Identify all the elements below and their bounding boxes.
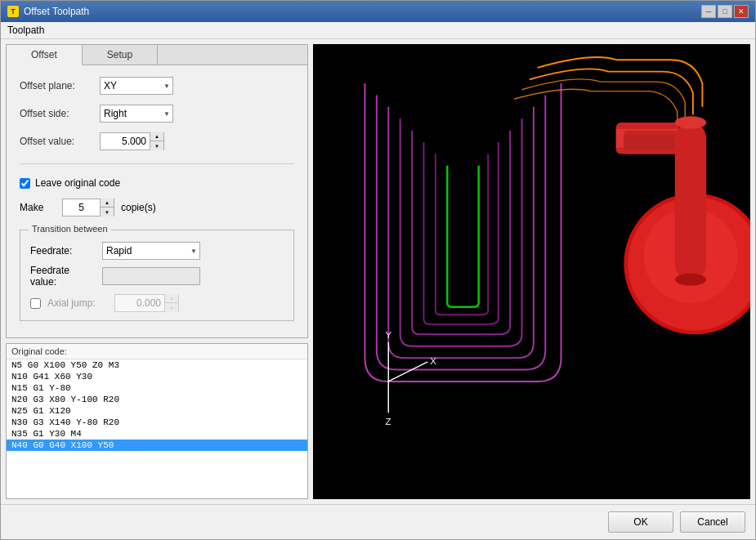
main-window: T Offset Toolpath ─ □ ✕ Toolpath Offset …	[0, 0, 756, 540]
offset-plane-select-wrapper: XY XZ YZ	[100, 77, 173, 95]
feedrate-label: Feedrate:	[30, 245, 96, 257]
axial-jump-input[interactable]	[115, 297, 164, 310]
code-list-item[interactable]: N35 G1 Y30 M4	[7, 428, 307, 440]
window-icon: T	[7, 6, 19, 17]
code-header: Original code:	[7, 344, 307, 359]
tab-offset-content: Offset plane: XY XZ YZ Offset side:	[7, 65, 307, 332]
offset-value-input[interactable]	[101, 135, 150, 148]
viewport: Y X Z	[313, 44, 750, 499]
svg-text:X: X	[430, 356, 436, 366]
separator-1	[20, 163, 294, 164]
code-list-item[interactable]: N30 G3 X140 Y-80 R20	[7, 417, 307, 428]
svg-point-8	[675, 116, 706, 128]
offset-plane-row: Offset plane: XY XZ YZ	[20, 77, 294, 95]
code-list-item[interactable]: N5 G0 X100 Y50 Z0 M3	[7, 359, 307, 371]
minimize-button[interactable]: ─	[701, 5, 716, 18]
feedrate-row: Feedrate: Rapid Feed None	[30, 242, 284, 260]
window-title: Offset Toolpath	[24, 6, 89, 17]
code-list-item[interactable]: N15 G1 Y-80	[7, 382, 307, 394]
code-list-item[interactable]: N10 G41 X60 Y30	[7, 371, 307, 382]
leave-original-checkbox[interactable]	[20, 178, 30, 189]
svg-text:Z: Z	[385, 417, 391, 426]
svg-text:Y: Y	[385, 330, 391, 340]
svg-rect-7	[675, 123, 706, 279]
code-list-item[interactable]: N25 G1 X120	[7, 405, 307, 417]
axial-jump-spinner: ▲ ▼	[114, 294, 179, 312]
axial-jump-checkbox[interactable]	[30, 298, 41, 309]
content-area: Offset Setup Offset plane: XY XZ YZ	[1, 39, 755, 504]
offset-side-select[interactable]: Right Left None	[100, 105, 173, 123]
menu-toolpath: Toolpath	[7, 25, 44, 36]
feedrate-value-row: Feedrate value:	[30, 265, 284, 288]
offset-side-select-wrapper: Right Left None	[100, 105, 173, 123]
bottom-bar: OK Cancel	[1, 504, 755, 539]
offset-value-spinner-buttons: ▲ ▼	[150, 132, 163, 150]
code-list-item[interactable]: N20 G3 X80 Y-100 R20	[7, 394, 307, 405]
leave-original-row: Leave original code	[20, 177, 294, 189]
make-spinner-buttons: ▲ ▼	[100, 199, 114, 216]
leave-original-label: Leave original code	[35, 177, 120, 189]
offset-value-up[interactable]: ▲	[150, 132, 163, 141]
close-button[interactable]: ✕	[734, 5, 749, 18]
make-spinner: ▲ ▼	[62, 199, 114, 216]
maximize-button[interactable]: □	[718, 5, 732, 18]
tab-offset[interactable]: Offset	[7, 45, 83, 65]
axial-jump-up[interactable]: ▲	[165, 294, 178, 303]
viewport-svg: Y X Z	[313, 44, 750, 499]
offset-side-label: Offset side:	[20, 108, 93, 119]
feedrate-select-wrapper: Rapid Feed None	[102, 242, 200, 260]
make-up[interactable]: ▲	[101, 199, 114, 208]
title-bar: T Offset Toolpath ─ □ ✕	[1, 1, 755, 22]
offset-value-label: Offset value:	[20, 136, 93, 147]
code-list-item[interactable]: N40 G0 G40 X100 Y50	[7, 440, 307, 451]
axial-jump-label: Axial jump:	[47, 297, 108, 309]
make-row: Make ▲ ▼ copie(s)	[20, 199, 294, 216]
offset-value-down[interactable]: ▼	[150, 141, 163, 150]
make-down[interactable]: ▼	[101, 208, 114, 216]
offset-plane-select[interactable]: XY XZ YZ	[100, 77, 173, 95]
svg-point-9	[675, 273, 706, 285]
axial-jump-spinner-buttons: ▲ ▼	[164, 294, 178, 312]
tab-container: Offset Setup Offset plane: XY XZ YZ	[6, 44, 308, 338]
title-buttons: ─ □ ✕	[701, 5, 749, 18]
svg-line-12	[388, 362, 427, 382]
axial-jump-row: Axial jump: ▲ ▼	[30, 294, 284, 312]
offset-plane-label: Offset plane:	[20, 80, 93, 91]
tab-setup[interactable]: Setup	[83, 45, 158, 65]
cancel-button[interactable]: Cancel	[680, 511, 745, 533]
offset-value-spinner: ▲ ▼	[100, 132, 164, 150]
transition-group-label: Transition between	[29, 224, 111, 234]
make-input[interactable]	[63, 201, 100, 214]
offset-value-row: Offset value: ▲ ▼	[20, 132, 294, 150]
menu-bar: Toolpath	[1, 22, 755, 39]
copies-label: copie(s)	[121, 202, 156, 213]
offset-side-row: Offset side: Right Left None	[20, 105, 294, 123]
code-list: N5 G0 X100 Y50 Z0 M3N10 G41 X60 Y30N15 G…	[7, 359, 307, 498]
code-panel: Original code: N5 G0 X100 Y50 Z0 M3N10 G…	[6, 343, 308, 499]
title-bar-left: T Offset Toolpath	[7, 6, 89, 17]
tab-bar: Offset Setup	[7, 45, 307, 65]
ok-button[interactable]: OK	[608, 511, 673, 533]
left-panel: Offset Setup Offset plane: XY XZ YZ	[6, 44, 308, 499]
feedrate-value-label: Feedrate value:	[30, 265, 96, 288]
make-label: Make	[20, 202, 56, 213]
axial-jump-down[interactable]: ▼	[165, 303, 178, 312]
feedrate-value-input[interactable]	[102, 267, 200, 285]
feedrate-select[interactable]: Rapid Feed None	[102, 242, 200, 260]
transition-group: Transition between Feedrate: Rapid Feed …	[20, 230, 294, 321]
